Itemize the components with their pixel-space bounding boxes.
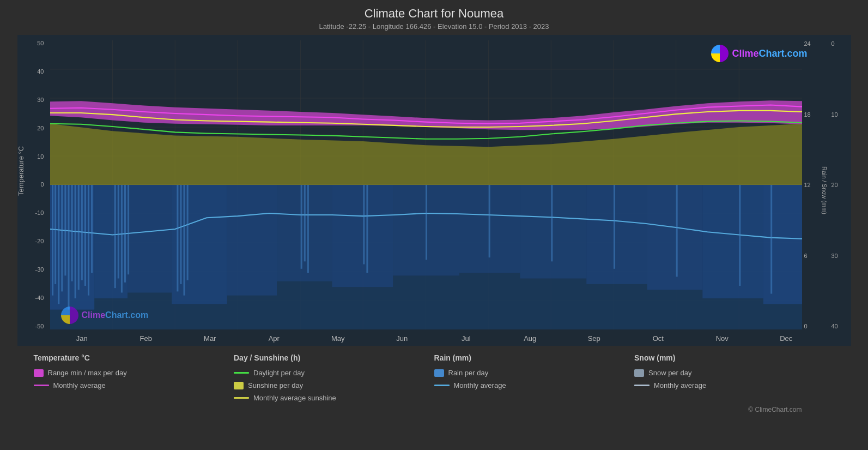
title-section: Climate Chart for Noumea Latitude -22.25… [319, 0, 549, 31]
legend-label-sunshine: Sunshine per day [248, 381, 303, 389]
svg-rect-45 [74, 185, 76, 298]
logo-top-right: ClimeChart.com [711, 45, 807, 62]
legend-item-daylight: Daylight per day [234, 369, 434, 377]
legend-label-monthly-avg-rain: Monthly average [454, 381, 506, 389]
svg-rect-33 [520, 185, 586, 278]
svg-rect-34 [586, 185, 647, 284]
month-sep: Sep [562, 334, 627, 343]
svg-rect-63 [363, 185, 365, 264]
svg-rect-38 [52, 185, 53, 296]
svg-rect-51 [114, 185, 116, 288]
svg-rect-36 [702, 185, 763, 298]
swatch-monthly-avg-sunshine [234, 397, 249, 399]
svg-rect-70 [739, 185, 740, 286]
svg-rect-42 [64, 185, 66, 275]
swatch-monthly-avg-rain [434, 385, 450, 386]
svg-rect-28 [227, 185, 276, 296]
svg-rect-46 [77, 185, 79, 290]
svg-rect-43 [68, 185, 69, 310]
subtitle: Latitude -22.25 - Longitude 166.426 - El… [319, 22, 549, 31]
svg-rect-30 [332, 185, 393, 287]
legend-header-sunshine: Day / Sunshine (h) [234, 353, 434, 362]
svg-rect-67 [551, 185, 553, 261]
x-axis: Jan Feb Mar Apr May Jun Jul Aug Sep Oct … [50, 331, 818, 346]
y-axis-left: 50 40 30 20 10 0 -10 -20 -30 -40 -50 [17, 40, 47, 329]
chart-area: Temperature °C Day / Sunshine (h) Rain /… [17, 35, 851, 346]
month-jul: Jul [434, 334, 499, 343]
svg-rect-71 [770, 185, 772, 294]
svg-rect-37 [763, 185, 802, 304]
svg-rect-49 [88, 185, 89, 296]
legend-header-snow: Snow (mm) [634, 353, 835, 362]
legend-item-monthly-avg-sunshine: Monthly average sunshine [234, 394, 434, 402]
svg-rect-65 [425, 185, 427, 260]
svg-rect-47 [81, 185, 82, 280]
legend-area: Temperature °C Range min / max per day M… [17, 346, 851, 402]
legend-col-snow: Snow (mm) Snow per day Monthly average [634, 353, 835, 402]
swatch-monthly-avg-temp [34, 385, 49, 386]
swatch-rain-per-day [434, 369, 444, 377]
legend-label-range: Range min / max per day [48, 369, 127, 377]
legend-col-rain: Rain (mm) Rain per day Monthly average [434, 353, 635, 402]
legend-label-rain-per-day: Rain per day [448, 369, 489, 377]
svg-rect-57 [180, 185, 181, 284]
legend-header-rain: Rain (mm) [434, 353, 635, 362]
month-feb: Feb [114, 334, 178, 343]
swatch-monthly-avg-snow [634, 385, 650, 386]
y-axis-right-sun: 24 18 12 6 0 [802, 40, 817, 329]
logo-bottom-left: ClimeChart.com [61, 307, 149, 324]
svg-rect-55 [128, 185, 129, 274]
svg-rect-44 [71, 185, 72, 281]
legend-item-sunshine: Sunshine per day [234, 381, 434, 389]
svg-rect-59 [186, 185, 188, 280]
svg-rect-48 [84, 185, 86, 286]
svg-rect-54 [124, 185, 125, 283]
legend-item-monthly-avg-snow: Monthly average [634, 381, 835, 389]
month-aug: Aug [498, 334, 562, 343]
legend-header-temperature: Temperature °C [34, 353, 234, 362]
legend-item-snow-per-day: Snow per day [634, 369, 835, 377]
legend-label-monthly-avg-sunshine: Monthly average sunshine [253, 394, 336, 402]
svg-rect-39 [54, 185, 56, 284]
svg-rect-66 [488, 185, 490, 257]
logo-icon-top [711, 45, 729, 62]
svg-rect-53 [120, 185, 122, 292]
month-nov: Nov [690, 334, 755, 343]
legend-label-monthly-avg-temp: Monthly average [53, 381, 106, 389]
legend-col-temperature: Temperature °C Range min / max per day M… [34, 353, 234, 402]
svg-rect-64 [366, 185, 368, 273]
y-axis-right-rain-label: Rain / Snow (mm) [821, 166, 828, 214]
svg-rect-69 [676, 185, 677, 277]
legend-label-daylight: Daylight per day [253, 369, 305, 377]
svg-rect-60 [300, 185, 302, 269]
month-mar: Mar [178, 334, 242, 343]
copyright-text: © ClimeChart.com [748, 406, 802, 413]
svg-rect-56 [177, 185, 178, 291]
legend-label-snow-per-day: Snow per day [648, 369, 692, 377]
svg-rect-27 [172, 185, 227, 304]
swatch-range [34, 369, 44, 377]
svg-rect-58 [183, 185, 185, 296]
svg-rect-40 [58, 185, 59, 304]
legend-item-monthly-avg-temp: Monthly average [34, 381, 234, 389]
legend-col-sunshine: Day / Sunshine (h) Daylight per day Suns… [234, 353, 434, 402]
swatch-daylight [234, 372, 249, 374]
logo-icon-bottom [61, 307, 78, 324]
swatch-sunshine [234, 382, 244, 389]
svg-rect-35 [647, 185, 702, 290]
svg-rect-62 [307, 185, 308, 273]
month-oct: Oct [626, 334, 690, 343]
svg-rect-50 [91, 185, 93, 273]
svg-rect-41 [61, 185, 63, 291]
swatch-snow-per-day [634, 369, 644, 377]
month-jan: Jan [50, 334, 114, 343]
legend-label-monthly-avg-snow: Monthly average [654, 381, 706, 389]
legend-item-monthly-avg-rain: Monthly average [434, 381, 635, 389]
month-dec: Dec [754, 334, 818, 343]
copyright-section: © ClimeChart.com [17, 404, 851, 414]
page-wrapper: Climate Chart for Noumea Latitude -22.25… [0, 0, 868, 450]
logo-text-bottom: ClimeChart.com [82, 310, 149, 320]
month-may: May [306, 334, 371, 343]
y-axis-right-rain: 0 10 20 30 40 [829, 40, 845, 329]
svg-rect-61 [304, 185, 305, 261]
